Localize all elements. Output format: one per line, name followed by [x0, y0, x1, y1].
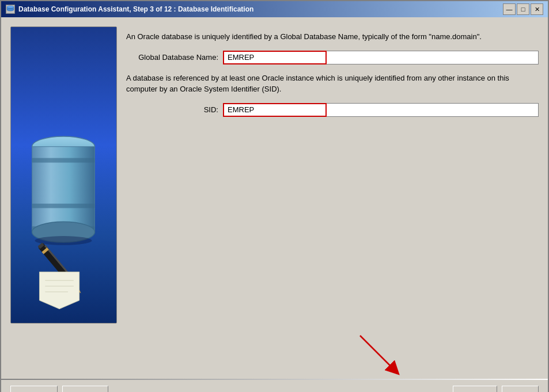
title-bar-left: Database Configuration Assistant, Step 3… — [6, 5, 253, 14]
left-buttons: Cancel Help — [10, 386, 108, 392]
minimize-button[interactable]: — — [503, 3, 516, 15]
right-buttons: « < Back Next » — [453, 386, 539, 392]
content-area: An Oracle database is uniquely identifie… — [1, 17, 548, 392]
next-button[interactable]: Next » — [502, 386, 539, 392]
sid-input-group — [223, 103, 539, 117]
help-button[interactable]: Help — [62, 386, 108, 392]
description-2: A database is referenced by at least one… — [126, 73, 539, 95]
db-icon — [6, 5, 15, 14]
cancel-button[interactable]: Cancel — [10, 386, 58, 392]
global-db-name-ext-input[interactable] — [327, 51, 539, 64]
annotation-area — [10, 333, 539, 379]
title-bar: Database Configuration Assistant, Step 3… — [1, 1, 548, 17]
button-bar: Cancel Help « < Back Next » — [1, 380, 548, 392]
sid-ext — [327, 103, 539, 117]
main-body: An Oracle database is uniquely identifie… — [1, 17, 548, 333]
main-window: Database Configuration Assistant, Step 3… — [0, 0, 549, 392]
svg-rect-6 — [32, 158, 95, 163]
sid-row: SID: — [126, 103, 539, 117]
maximize-button[interactable]: □ — [517, 3, 529, 15]
annotation-arrow — [274, 333, 446, 379]
illustration — [11, 27, 116, 323]
global-db-input-group — [223, 51, 539, 64]
right-panel: An Oracle database is uniquely identifie… — [126, 26, 539, 324]
svg-rect-7 — [32, 204, 95, 208]
description-1: An Oracle database is uniquely identifie… — [126, 31, 539, 43]
sid-label: SID: — [126, 105, 218, 114]
left-panel — [10, 26, 117, 324]
global-db-label: Global Database Name: — [126, 53, 218, 62]
window-title: Database Configuration Assistant, Step 3… — [18, 5, 253, 13]
global-db-row: Global Database Name: — [126, 51, 539, 64]
close-button[interactable]: ✕ — [531, 3, 543, 15]
svg-point-2 — [7, 9, 14, 11]
sid-input[interactable] — [223, 103, 327, 117]
global-db-name-input[interactable] — [223, 51, 327, 64]
back-button[interactable]: « < Back — [453, 386, 497, 392]
title-controls: — □ ✕ — [503, 3, 543, 15]
svg-point-1 — [7, 6, 14, 8]
svg-line-21 — [360, 336, 395, 370]
